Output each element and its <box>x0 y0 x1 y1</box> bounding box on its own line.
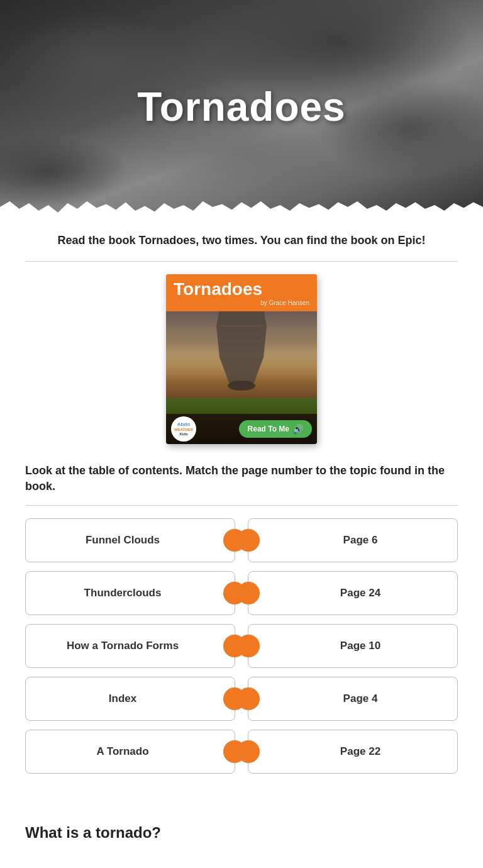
page-label-1: Page 6 <box>343 534 378 547</box>
page-box-3[interactable]: Page 10 <box>248 624 458 668</box>
topic-box-5[interactable]: A Tornado <box>25 730 235 774</box>
divider-1 <box>25 261 458 262</box>
topic-box-2[interactable]: Thunderclouds <box>25 571 235 615</box>
page-box-2[interactable]: Page 24 <box>248 571 458 615</box>
matching-row: A Tornado Page 22 <box>25 730 458 774</box>
topic-box-3[interactable]: How a Tornado Forms <box>25 624 235 668</box>
matching-row: Thunderclouds Page 24 <box>25 571 458 615</box>
matching-instruction: Look at the table of contents. Match the… <box>25 463 458 494</box>
page-box-5[interactable]: Page 22 <box>248 730 458 774</box>
book-cover[interactable]: Tornadoes by Grace Hansen <box>166 274 317 444</box>
hero-title: Tornadoes <box>137 84 345 130</box>
page-box-1[interactable]: Page 6 <box>248 518 458 562</box>
page-label-4: Page 4 <box>343 693 378 705</box>
what-is-title: What is a tornado? <box>25 824 458 842</box>
page-label-5: Page 22 <box>340 745 380 758</box>
matching-row: Funnel Clouds Page 6 <box>25 518 458 562</box>
matching-row: Index Page 4 <box>25 677 458 721</box>
page-label-2: Page 24 <box>340 587 380 599</box>
topic-label-1: Funnel Clouds <box>86 534 160 547</box>
topic-label-5: A Tornado <box>96 745 148 758</box>
page-label-3: Page 10 <box>340 640 380 652</box>
read-to-me-label: Read To Me <box>248 425 289 433</box>
page-dot-2[interactable] <box>237 582 260 604</box>
book-top-bar: Tornadoes by Grace Hansen <box>166 274 317 311</box>
book-image-area <box>166 311 317 414</box>
book-cover-inner: Tornadoes by Grace Hansen <box>166 274 317 444</box>
page-dot-5[interactable] <box>237 740 260 763</box>
main-content: Read the book Tornadoes, two times. You … <box>0 214 483 811</box>
book-author: by Grace Hansen <box>174 299 309 306</box>
topic-label-4: Index <box>109 693 136 705</box>
page-dot-4[interactable] <box>237 687 260 710</box>
page-dot-1[interactable] <box>237 529 260 552</box>
book-ground <box>166 398 317 414</box>
book-container: Tornadoes by Grace Hansen <box>25 274 458 444</box>
topic-box-1[interactable]: Funnel Clouds <box>25 518 235 562</box>
topic-box-4[interactable]: Index <box>25 677 235 721</box>
matching-row: How a Tornado Forms Page 10 <box>25 624 458 668</box>
bottom-section: What is a tornado? <box>0 811 483 860</box>
hero-section: Tornadoes <box>0 0 483 214</box>
topic-label-3: How a Tornado Forms <box>67 640 179 652</box>
matching-grid: Funnel Clouds Page 6 Thunderclouds Page … <box>25 518 458 774</box>
read-instruction: Read the book Tornadoes, two times. You … <box>25 233 458 248</box>
book-title: Tornadoes <box>174 281 309 298</box>
read-to-me-button[interactable]: Read To Me 🔊 <box>239 420 312 438</box>
topic-label-2: Thunderclouds <box>84 587 162 599</box>
page-dot-3[interactable] <box>237 635 260 657</box>
book-bottom-bar: Abdo WEATHER Kids Read To Me 🔊 <box>166 414 317 444</box>
tornado-illustration <box>166 311 317 401</box>
speaker-icon: 🔊 <box>292 424 303 434</box>
svg-marker-1 <box>216 311 267 389</box>
divider-2 <box>25 505 458 506</box>
page-box-4[interactable]: Page 4 <box>248 677 458 721</box>
svg-point-2 <box>228 381 255 391</box>
book-badge: Abdo WEATHER Kids <box>171 416 196 442</box>
